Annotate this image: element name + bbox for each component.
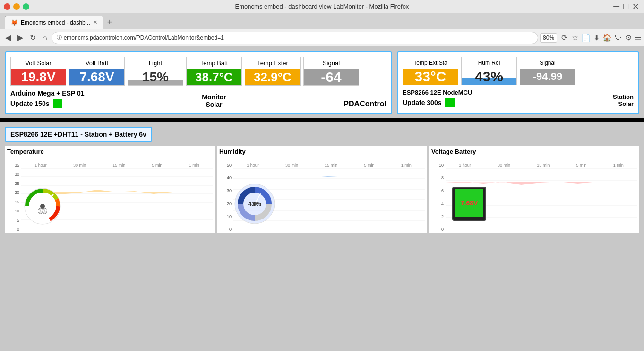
gauge-signal-right: Signal -94.99 bbox=[520, 57, 575, 85]
url-bar[interactable]: ⓘ emoncms.pdacontrolen.com/PDAControl/La… bbox=[52, 32, 538, 44]
gauge-signal-right-value: -94.99 bbox=[533, 70, 562, 83]
sync-icon[interactable]: ⚙ bbox=[625, 33, 632, 42]
gauge-volt-solar: Volt Solar 19.8V bbox=[10, 57, 66, 86]
tab-label: Emoncms embed - dashb... bbox=[21, 19, 90, 26]
gauge-temp-batt-title: Temp Batt bbox=[199, 57, 229, 69]
reader-icon[interactable]: 📄 bbox=[581, 33, 591, 42]
download-icon[interactable]: ⬇ bbox=[593, 33, 600, 42]
bookmark-icon[interactable]: ☆ bbox=[572, 33, 578, 42]
svg-text:7.68V: 7.68V bbox=[461, 199, 478, 207]
home-icon[interactable]: 🏠 bbox=[602, 33, 612, 42]
svg-text:43%: 43% bbox=[248, 200, 262, 208]
home-button[interactable]: ⌂ bbox=[40, 33, 50, 43]
tab-close-button[interactable]: ✕ bbox=[93, 19, 97, 26]
volt-time-15m: 15 min bbox=[537, 163, 550, 167]
svg-marker-29 bbox=[446, 182, 597, 185]
hum-time-30m: 30 min bbox=[285, 163, 298, 167]
right-device-update: Update 300s bbox=[403, 99, 441, 106]
hum-y-axis: 50403020100 bbox=[219, 163, 232, 232]
zoom-level: 80% bbox=[540, 33, 557, 43]
restore-icon[interactable]: □ bbox=[623, 1, 628, 12]
right-device-name: ESP8266 12E NodeMCU bbox=[403, 89, 472, 96]
temperature-chart: Temperature 35302520151050 1 hour 30 min… bbox=[5, 146, 215, 233]
hum-time-15m: 15 min bbox=[325, 163, 337, 167]
tabbar: 🦊 Emoncms embed - dashb... ✕ + bbox=[0, 13, 644, 29]
gauge-volt-solar-title: Volt Solar bbox=[24, 57, 52, 69]
url-text: emoncms.pdacontrolen.com/PDAControl/LabM… bbox=[64, 35, 224, 41]
hum-time-labels: 1 hour 30 min 15 min 5 min 1 min bbox=[233, 163, 425, 167]
gauge-temp-ext-sta: Temp Ext Sta 33°C bbox=[403, 57, 458, 85]
right-panel: Temp Ext Sta 33°C Hum Rel 43% Signal bbox=[397, 51, 639, 114]
volt-y-axis: 1086420 bbox=[431, 163, 445, 232]
active-tab[interactable]: 🦊 Emoncms embed - dashb... ✕ bbox=[5, 16, 103, 29]
station-bar: ESP8266 12E +DHT11 - Station + Battery 6… bbox=[5, 127, 152, 142]
gauge-light-title: Light bbox=[148, 57, 163, 69]
minimize-icon[interactable]: ─ bbox=[613, 1, 619, 12]
voltage-chart: Voltage Battery 1086420 1 hour 30 min 15… bbox=[429, 146, 639, 233]
volt-time-5m: 5 min bbox=[576, 163, 587, 167]
titlebar: Emoncms embed - dashboard view LabMonito… bbox=[0, 0, 644, 13]
menu-icon[interactable]: ☰ bbox=[635, 33, 641, 42]
gauge-volt-batt-value: 7.68V bbox=[79, 70, 114, 85]
tab-favicon: 🦊 bbox=[11, 19, 18, 26]
temp-time-30m: 30 min bbox=[73, 163, 86, 167]
svg-text:33: 33 bbox=[38, 207, 47, 215]
gauge-temp-exter: Temp Exter 32.9°C bbox=[245, 57, 301, 86]
temp-time-1m: 1 min bbox=[189, 163, 199, 167]
window-controls[interactable] bbox=[4, 3, 29, 10]
device2-name: MonitorSolar bbox=[202, 93, 226, 108]
main-content: Volt Solar 19.8V Volt Batt 7.68V Light bbox=[0, 46, 644, 351]
volt-time-1m: 1 min bbox=[613, 163, 624, 167]
refresh-button[interactable]: ↻ bbox=[27, 32, 38, 43]
gauge-signal-right-title: Signal bbox=[539, 57, 556, 69]
hum-time-5m: 5 min bbox=[364, 163, 375, 167]
device1-status bbox=[53, 99, 62, 108]
minimize-button[interactable] bbox=[13, 3, 20, 10]
temp-time-1h: 1 hour bbox=[34, 163, 47, 167]
window-actions[interactable]: ─ □ ✕ bbox=[613, 1, 639, 12]
gauge-temp-exter-title: Temp Exter bbox=[256, 57, 289, 69]
addressbar: ◀ ▶ ↻ ⌂ ⓘ emoncms.pdacontrolen.com/PDACo… bbox=[0, 29, 644, 46]
voltage-title: Voltage Battery bbox=[431, 148, 637, 155]
gauge-light-value: 15% bbox=[142, 70, 169, 85]
window-title: Emoncms embed - dashboard view LabMonito… bbox=[235, 3, 409, 10]
new-tab-button[interactable]: + bbox=[103, 16, 116, 29]
gauge-signal-left-value: -64 bbox=[321, 69, 341, 85]
volt-time-1h: 1 hour bbox=[459, 163, 471, 167]
humidity-chart: Humidity 50403020100 1 hour 30 min 15 mi… bbox=[217, 146, 427, 233]
temperature-title: Temperature bbox=[7, 148, 213, 155]
close-icon[interactable]: ✕ bbox=[632, 1, 639, 12]
shield-icon[interactable]: 🛡 bbox=[615, 34, 622, 42]
humidity-title: Humidity bbox=[219, 148, 425, 155]
device1-update: Update 150s bbox=[10, 100, 49, 107]
forward-button[interactable]: ▶ bbox=[15, 32, 26, 43]
temp-y-axis: 35302520151050 bbox=[7, 163, 20, 232]
left-panel: Volt Solar 19.8V Volt Batt 7.68V Light bbox=[5, 51, 392, 114]
gauge-volt-batt: Volt Batt 7.68V bbox=[69, 57, 125, 86]
right-station-label: StationSolar bbox=[613, 93, 634, 107]
maximize-button[interactable] bbox=[23, 3, 29, 10]
gauge-hum-rel-value: 43% bbox=[475, 69, 503, 85]
gauge-temp-exter-value: 32.9°C bbox=[254, 70, 292, 85]
gauge-hum-rel: Hum Rel 43% bbox=[461, 57, 517, 85]
close-button[interactable] bbox=[4, 3, 10, 10]
back-button[interactable]: ◀ bbox=[3, 32, 13, 43]
gauge-hum-rel-title: Hum Rel bbox=[477, 57, 501, 69]
temperature-svg: 33 bbox=[21, 168, 213, 230]
toolbar-icons: ☆ 📄 ⬇ 🏠 🛡 ⚙ ☰ bbox=[572, 33, 641, 42]
hum-time-1h: 1 hour bbox=[247, 163, 259, 167]
device1-name: Arduino Mega + ESP 01 bbox=[10, 89, 85, 97]
gauge-signal-left-title: Signal bbox=[322, 57, 341, 69]
gauge-signal-left: Signal -64 bbox=[303, 57, 359, 86]
temp-time-5m: 5 min bbox=[152, 163, 163, 167]
dashboard-row: Volt Solar 19.8V Volt Batt 7.68V Light bbox=[5, 51, 639, 114]
right-device-status bbox=[445, 98, 455, 107]
reload-button[interactable]: ⟳ bbox=[559, 32, 570, 43]
svg-marker-18 bbox=[290, 176, 385, 177]
gauge-temp-batt-value: 38.7°C bbox=[195, 70, 233, 85]
gauge-volt-batt-title: Volt Batt bbox=[85, 57, 109, 69]
gauge-temp-ext-sta-title: Temp Ext Sta bbox=[412, 57, 448, 69]
voltage-svg: 7.68V bbox=[446, 168, 637, 230]
volt-time-labels: 1 hour 30 min 15 min 5 min 1 min bbox=[446, 163, 637, 167]
temp-time-labels: 1 hour 30 min 15 min 5 min 1 min bbox=[21, 163, 213, 167]
